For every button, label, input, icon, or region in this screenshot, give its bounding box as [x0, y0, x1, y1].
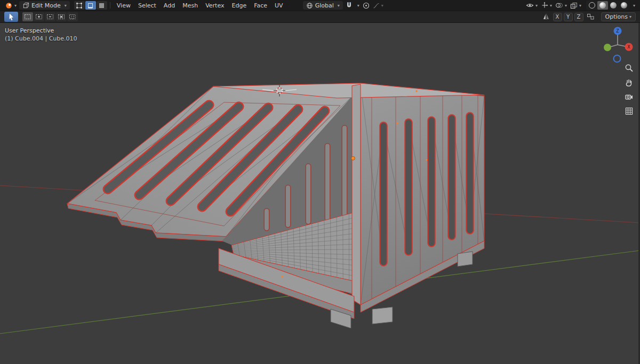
object-info-label: (1) Cube.004 | Cube.010 [5, 35, 77, 43]
menu-bar: View Select Add Mesh Vertex Edge Face UV [113, 2, 287, 9]
grid-icon [625, 107, 634, 116]
perspective-label: User Perspective [5, 27, 77, 35]
gizmos-dropdown[interactable] [539, 1, 554, 10]
right-face [361, 84, 484, 305]
shading-wireframe-button[interactable] [587, 1, 597, 10]
menu-add[interactable]: Add [160, 2, 179, 9]
pan-button[interactable] [623, 76, 635, 88]
menu-select[interactable]: Select [134, 2, 160, 9]
viewport-3d[interactable]: User Perspective (1) Cube.004 | Cube.010… [0, 0, 640, 364]
shading-rendered-button[interactable] [619, 1, 629, 10]
mirror-icon [542, 13, 550, 20]
overlays-icon [555, 2, 563, 9]
gizmo-z-label: Z [616, 29, 619, 34]
wireframe-sphere-icon [589, 2, 595, 9]
front-post [352, 84, 361, 305]
gizmo-x-label: X [627, 45, 630, 50]
transform-settings-group: Global [302, 1, 385, 10]
tool-options-group: X Y Z Options [541, 12, 636, 22]
proportional-circle-icon [363, 2, 370, 9]
menu-view[interactable]: View [113, 2, 134, 9]
camera-icon [625, 92, 634, 101]
orientation-label: Global [315, 2, 334, 9]
viewport-nav-buttons [623, 62, 635, 117]
tool-settings-header: X Y Z Options [0, 11, 640, 23]
mirror-x-button[interactable]: X [553, 13, 562, 21]
falloff-curve-icon [373, 2, 380, 9]
rendered-sphere-icon [621, 2, 627, 9]
select-cursor-icon [7, 13, 15, 21]
edit-mode-icon [22, 2, 29, 9]
blender-logo-icon [5, 2, 13, 9]
shading-mode-group [586, 1, 630, 10]
selection-op-group [22, 12, 78, 21]
eye-icon [526, 2, 534, 9]
foot [372, 307, 393, 324]
snap-settings-dropdown[interactable] [354, 1, 361, 10]
select-extend-icon [35, 14, 43, 20]
solid-sphere-icon [599, 2, 606, 9]
select-subtract-icon [46, 14, 54, 20]
face-select-mode-button[interactable] [97, 1, 107, 10]
editor-header: Edit Mode View Select Add Mesh Vertex [0, 0, 640, 11]
navigation-gizmo[interactable]: Z X [597, 23, 637, 65]
menu-vertex[interactable]: Vertex [202, 2, 228, 9]
gizmo-axis-z-neg[interactable] [614, 55, 621, 62]
select-intersect-icon [69, 14, 76, 20]
gizmo-arrows-icon [541, 2, 548, 9]
snap-toggle-button[interactable] [344, 1, 354, 10]
object-origin-dot [351, 157, 355, 160]
select-set-button[interactable] [22, 12, 33, 21]
xray-icon [570, 2, 578, 9]
ortho-toggle-button[interactable] [623, 105, 635, 117]
menu-edge[interactable]: Edge [228, 2, 250, 9]
transform-snap-widget[interactable] [585, 12, 596, 22]
face-select-icon [98, 2, 105, 9]
proportional-editing-button[interactable] [361, 1, 371, 10]
mirror-z-button[interactable]: Z [574, 13, 583, 21]
menu-mesh[interactable]: Mesh [179, 2, 202, 9]
orientation-globe-icon [306, 2, 313, 9]
select-mode-group [74, 1, 107, 10]
proportional-falloff-dropdown[interactable] [371, 1, 385, 10]
mirror-axes-icon [541, 12, 551, 22]
edge-select-icon [87, 2, 94, 9]
options-dropdown[interactable]: Options [601, 12, 636, 21]
viewport-info-text: User Perspective (1) Cube.004 | Cube.010 [5, 27, 77, 43]
select-intersect-button[interactable] [67, 12, 78, 21]
select-invert-icon [58, 14, 65, 20]
shading-material-button[interactable] [608, 1, 619, 10]
vertex-select-mode-button[interactable] [74, 1, 85, 10]
viewport-canvas[interactable] [0, 0, 640, 364]
camera-view-button[interactable] [623, 91, 635, 103]
select-invert-button[interactable] [56, 12, 67, 21]
active-tool-button[interactable] [4, 12, 18, 22]
menu-face[interactable]: Face [250, 2, 271, 9]
mode-label: Edit Mode [31, 2, 61, 9]
select-new-icon [24, 14, 31, 20]
material-sphere-icon [610, 2, 617, 9]
magnifier-icon [625, 63, 634, 72]
xray-toggle-button[interactable] [569, 1, 583, 10]
editor-type-dropdown[interactable] [3, 1, 18, 10]
viewport-controls-group [524, 1, 637, 10]
mirror-y-button[interactable]: Y [564, 13, 573, 21]
zoom-button[interactable] [623, 62, 635, 74]
object-visibility-dropdown[interactable] [524, 1, 539, 10]
gizmo-axis-y[interactable] [604, 44, 611, 51]
hand-icon [625, 78, 634, 87]
overlays-dropdown[interactable] [554, 1, 569, 10]
select-subtract-button[interactable] [45, 12, 55, 21]
foot [458, 252, 473, 266]
edge-select-mode-button[interactable] [85, 1, 96, 10]
mode-selector[interactable]: Edit Mode [19, 1, 70, 10]
options-label: Options [605, 13, 628, 20]
select-extend-button[interactable] [34, 12, 44, 21]
shading-solid-button[interactable] [597, 1, 608, 10]
shading-settings-dropdown[interactable] [630, 1, 637, 10]
menu-uv[interactable]: UV [271, 2, 287, 9]
magnet-icon [346, 2, 353, 9]
snap-grid-icon [587, 13, 595, 20]
separator [110, 2, 110, 9]
transform-orientation-dropdown[interactable]: Global [303, 1, 343, 10]
